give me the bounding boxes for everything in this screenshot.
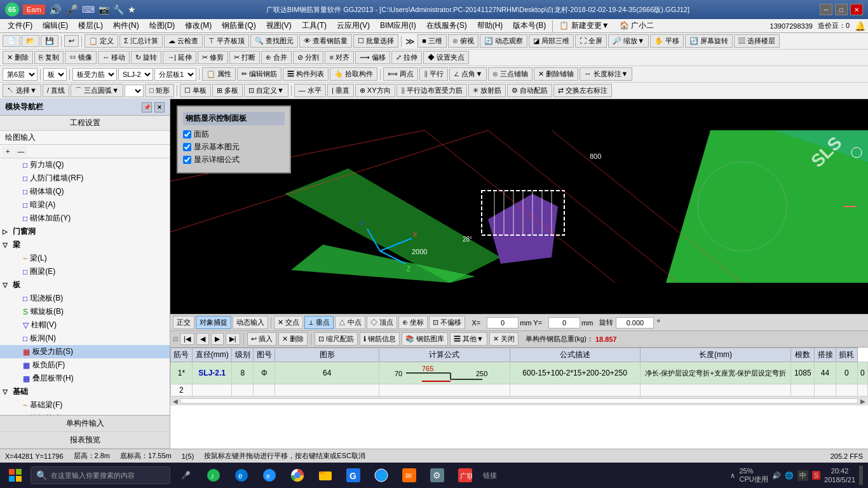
menu-gx2[interactable]: 🏠 广小二 xyxy=(614,19,659,32)
y-input[interactable] xyxy=(548,317,580,329)
tb-pan[interactable]: ✋ 平移 xyxy=(650,34,684,48)
menu-tools[interactable]: 工具(T) xyxy=(297,19,332,32)
nav-prev[interactable]: ◀ xyxy=(196,333,209,345)
tree-section-foundation[interactable]: ▽ 基础 xyxy=(0,385,170,398)
tree-item-concealed-beam[interactable]: □ 暗梁(A) xyxy=(0,198,170,212)
tb-edit-rebar[interactable]: ✏ 编辑钢筋 xyxy=(237,67,281,81)
taskbar-app-ie[interactable]: e xyxy=(257,464,282,487)
menu-file[interactable]: 文件(F) xyxy=(3,19,37,32)
tb-multi-board[interactable]: ⊞ 多板 xyxy=(212,84,243,97)
tree-item-beam[interactable]: ~ 梁(L) xyxy=(0,252,170,265)
tb-align[interactable]: ≡ 对齐 xyxy=(325,51,353,64)
nav-next[interactable]: ▶ xyxy=(211,333,224,345)
snap-midpoint[interactable]: △ 中点 xyxy=(335,316,365,329)
taskbar-arrow-up[interactable]: ∧ xyxy=(730,471,735,480)
tb-mirror[interactable]: ⇔ 镜像 xyxy=(65,51,97,64)
single-element-input[interactable]: 单构件输入 xyxy=(0,416,170,432)
nav-scale-rebar[interactable]: ⊡ 缩尺配筋 xyxy=(315,332,358,346)
nav-insert[interactable]: ↩ 插入 xyxy=(247,332,276,346)
tree-item-cast-board[interactable]: □ 现浇板(B) xyxy=(0,292,170,305)
tb-batch-select[interactable]: ☐ 批量选择 xyxy=(353,34,398,48)
tb-break[interactable]: ✂ 打断 xyxy=(229,51,260,64)
rebar-name-select[interactable]: SLJ-2 xyxy=(118,68,153,81)
tb-auto-config[interactable]: ⚙ 自动配筋 xyxy=(507,84,552,97)
taskbar-app-globe[interactable]: 🌐 xyxy=(369,464,394,487)
table-row[interactable]: 1* SLJ-2.1 8 Φ 64 70 765 xyxy=(171,362,868,384)
tb-open[interactable]: 📂 xyxy=(22,35,39,47)
taskbar-app-email[interactable]: ✉ xyxy=(397,464,422,487)
maximize-button[interactable]: □ xyxy=(835,4,848,15)
tb-delete[interactable]: ✕ 删除 xyxy=(3,51,33,64)
tb-dynamic[interactable]: 🔄 动态观察 xyxy=(480,34,527,48)
snap-no-offset[interactable]: ⊡ 不偏移 xyxy=(429,316,465,329)
taskbar-app-g[interactable]: G xyxy=(341,464,366,487)
tb-horizontal[interactable]: — 水平 xyxy=(294,84,326,97)
tb-element-list[interactable]: ☰ 构件列表 xyxy=(283,67,329,81)
taskbar-app-ggj[interactable]: 广联 xyxy=(452,464,478,487)
sidebar-pin[interactable]: 📌 xyxy=(142,102,152,112)
menu-edit[interactable]: 编辑(E) xyxy=(37,19,73,32)
tb-define[interactable]: 📋 定义 xyxy=(85,34,118,48)
tb-top-view[interactable]: ⊙ 俯视 xyxy=(448,34,478,48)
tb-merge[interactable]: ⊕ 合并 xyxy=(261,51,292,64)
tb-calc[interactable]: Σ 汇总计算 xyxy=(119,34,163,48)
tree-section-beam[interactable]: ▽ 梁 xyxy=(0,238,170,252)
menu-help[interactable]: 帮助(H) xyxy=(472,19,508,32)
taskbar-app-music[interactable]: ♪ xyxy=(201,464,226,487)
snap-coordinate[interactable]: ⊕ 坐标 xyxy=(398,316,428,329)
tb-set-vertex[interactable]: ◆ 设置夹点 xyxy=(423,51,469,64)
menu-modify[interactable]: 修改(M) xyxy=(180,19,217,32)
tb-align-top[interactable]: ⊤ 平齐板顶 xyxy=(204,34,249,48)
tb-two-point[interactable]: ⟺ 两点 xyxy=(383,67,418,81)
tree-item-board-hole[interactable]: □ 板洞(N) xyxy=(0,332,170,345)
snap-intersection[interactable]: ✕ 交点 xyxy=(274,316,303,329)
tb-del-axis[interactable]: ✕ 删除铺轴 xyxy=(534,67,578,81)
menu-floor[interactable]: 楼层(L) xyxy=(73,19,108,32)
tb-rotate[interactable]: ↻ 旋转 xyxy=(131,51,161,64)
tb-move[interactable]: ↔ 移动 xyxy=(98,51,130,64)
menu-draw[interactable]: 绘图(D) xyxy=(144,19,180,32)
taskbar-lang[interactable]: 中 xyxy=(797,470,808,481)
sidebar-close[interactable]: ✕ xyxy=(154,102,165,112)
tb-extend[interactable]: →| 延伸 xyxy=(163,51,196,64)
sidebar-plus-btn[interactable]: + xyxy=(3,146,13,156)
tree-item-spiral-board[interactable]: S 螺旋板(B) xyxy=(0,305,170,318)
taskbar-show-desktop[interactable] xyxy=(859,466,863,485)
x-input[interactable] xyxy=(487,317,519,329)
tb-pull[interactable]: ⤢ 拉伸 xyxy=(391,51,422,64)
tb-rect[interactable]: □ 矩形 xyxy=(145,84,174,97)
tb-parallel[interactable]: ∥ 平行 xyxy=(419,67,448,81)
menu-rebar-qty[interactable]: 钢筋量(Q) xyxy=(217,19,261,32)
nav-last[interactable]: ▶| xyxy=(226,333,240,345)
taskbar-app-edge[interactable]: e xyxy=(229,464,254,487)
taskbar-network[interactable]: 🌐 xyxy=(785,471,794,480)
tree-item-column-cap[interactable]: ▽ 柱帽(V) xyxy=(0,318,170,332)
tb-cloud-check[interactable]: ☁ 云检查 xyxy=(164,34,203,48)
snap-object-snap[interactable]: 对象捕捉 xyxy=(196,316,231,329)
tree-item-masonry-rebar[interactable]: □ 砌体加筋(Y) xyxy=(0,212,170,225)
taskbar-app-settings[interactable]: ⚙ xyxy=(424,464,450,487)
tb-length-mark[interactable]: ↔ 长度标注▼ xyxy=(580,67,632,81)
tree-item-window-door[interactable]: ▷ 门窗洞 xyxy=(0,225,170,238)
menu-cloud[interactable]: 云应用(V) xyxy=(332,19,375,32)
tb-undo[interactable]: ↩ xyxy=(64,35,79,47)
canvas-area[interactable]: 钢筋显示控制面板 面筋 显示基本图元 显示详细公式 xyxy=(170,99,868,314)
tb-custom[interactable]: ⊡ 自定义▼ xyxy=(244,84,288,97)
layer-board-select[interactable]: 分层板1 xyxy=(154,68,196,81)
minimize-button[interactable]: ─ xyxy=(820,4,832,15)
menu-version[interactable]: 版本号(B) xyxy=(508,19,551,32)
menu-element[interactable]: 构件(N) xyxy=(108,19,144,32)
tree-item-board-rebar[interactable]: ▦ 板受力筋(S) xyxy=(0,345,170,358)
tb-save[interactable]: 💾 xyxy=(41,35,58,47)
tree-item-board-neg-rebar[interactable]: ▦ 板负筋(F) xyxy=(0,358,170,372)
taskbar-volume[interactable]: 🔊 xyxy=(772,471,781,480)
tb-single-board[interactable]: ☐ 单板 xyxy=(180,84,211,97)
nav-first[interactable]: |◀ xyxy=(180,333,194,345)
tree-section-board[interactable]: ▽ 板 xyxy=(0,278,170,292)
tb-new[interactable]: 📄 xyxy=(3,35,20,47)
menu-view[interactable]: 视图(V) xyxy=(261,19,297,32)
snap-vertex[interactable]: ◇ 顶点 xyxy=(367,316,397,329)
taskbar-start-button[interactable] xyxy=(3,464,28,487)
type-select[interactable]: 板 xyxy=(43,68,67,81)
tb-vertical[interactable]: | 垂直 xyxy=(327,84,354,97)
